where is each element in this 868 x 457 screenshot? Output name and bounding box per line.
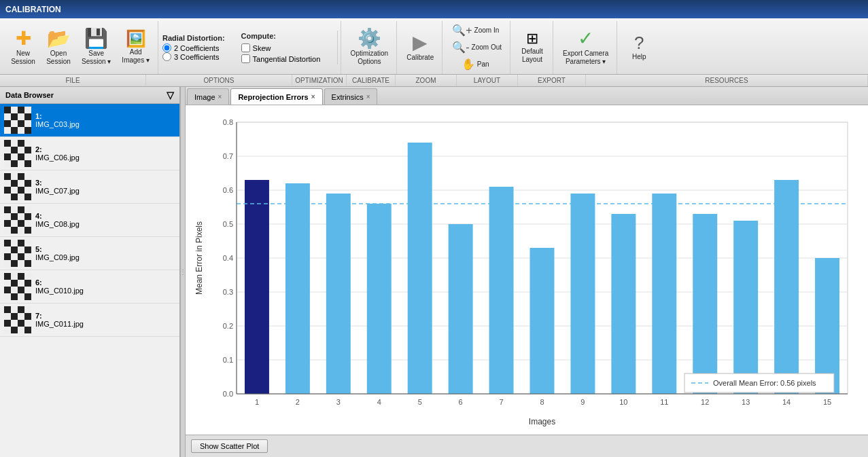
thumbnail	[4, 206, 31, 234]
svg-text:0.5: 0.5	[223, 220, 233, 228]
radio-3-coefficients[interactable]: 3 Coefficients	[162, 52, 225, 61]
tab-label: Extrinsics	[332, 93, 364, 101]
data-browser-title: Data Browser	[5, 91, 54, 99]
tab-label: Reprojection Errors	[238, 93, 308, 101]
help-button[interactable]: ? Help	[623, 24, 655, 71]
tab-reprojection-errors[interactable]: Reprojection Errors×	[230, 88, 322, 105]
pan-label: Pan	[477, 60, 489, 68]
thumbnail	[4, 240, 31, 267]
list-item[interactable]: 3:IMG_C07.jpg	[0, 170, 179, 204]
app-title: CALIBRATION	[5, 5, 61, 14]
layout-label: LAYOUT	[457, 75, 518, 86]
calibrate-icon: ▶	[413, 33, 428, 52]
svg-text:Mean Error in Pixels: Mean Error in Pixels	[194, 221, 204, 295]
zoom-in-button[interactable]: 🔍+ Zoom In	[448, 22, 503, 38]
export-label: EXPORT	[518, 75, 586, 86]
tab-close-button[interactable]: ×	[311, 93, 315, 100]
item-info: 3:IMG_C07.jpg	[35, 179, 80, 195]
svg-text:3: 3	[336, 398, 341, 406]
show-scatter-plot-button[interactable]: Show Scatter Plot	[191, 439, 268, 453]
export-camera-button[interactable]: ✓ Export CameraParameters ▾	[559, 24, 612, 71]
ribbon-options-group: Radial Distortion: 2 Coefficients 3 Coef…	[160, 21, 341, 74]
open-session-button[interactable]: 📂 OpenSession	[42, 24, 75, 71]
svg-rect-37	[611, 214, 636, 394]
list-item[interactable]: 4:IMG_C08.jpg	[0, 204, 179, 237]
ribbon-calibrate-group: ▶ Calibrate	[398, 21, 442, 74]
skew-checkbox[interactable]: Skew	[241, 43, 332, 52]
bottom-bar: Show Scatter Plot	[186, 435, 868, 457]
zoom-out-icon: 🔍-	[452, 41, 469, 54]
svg-text:8: 8	[540, 398, 544, 406]
item-number: 6:	[35, 278, 84, 287]
item-info: 4:IMG_C08.jpg	[35, 212, 80, 228]
save-session-button[interactable]: 💾 SaveSession ▾	[77, 24, 115, 71]
resize-handle[interactable]: ⋮	[180, 87, 186, 457]
new-session-button[interactable]: ✚ NewSession	[7, 24, 39, 71]
data-browser-list[interactable]: 1:IMG_C03.jpg2:IMG_C06.jpg3:IMG_C07.jpg4…	[0, 104, 179, 457]
list-item[interactable]: 1:IMG_C03.jpg	[0, 104, 179, 137]
default-layout-button[interactable]: ⊞ DefaultLayout	[516, 24, 549, 71]
svg-rect-45	[774, 180, 799, 394]
item-name: IMG_C011.jpg	[35, 320, 84, 328]
toolbar-labels: FILE OPTIONS OPTIMIZATION CALIBRATE ZOOM…	[0, 75, 868, 87]
add-images-button[interactable]: 🖼️ AddImages ▾	[118, 24, 154, 71]
optimization-label: OPTIMIZATION	[292, 75, 347, 86]
item-info: 7:IMG_C011.jpg	[35, 312, 84, 328]
item-name: IMG_C03.jpg	[35, 120, 80, 128]
calibrate-button[interactable]: ▶ Calibrate	[402, 24, 438, 71]
radial-distortion-title: Radial Distortion:	[162, 34, 225, 42]
tab-image[interactable]: Image×	[187, 88, 229, 105]
file-label: FILE	[0, 75, 146, 86]
radio-2-coefficients[interactable]: 2 Coefficients	[162, 43, 225, 52]
svg-rect-41	[693, 214, 717, 394]
ribbon-layout-group: ⊞ DefaultLayout	[512, 21, 553, 74]
svg-text:0.3: 0.3	[223, 288, 233, 296]
radio-2-label: 2 Coefficients	[174, 44, 219, 52]
item-number: 4:	[35, 212, 80, 220]
compute-section: Compute: Skew Tangential Distortion	[236, 31, 338, 65]
svg-text:10: 10	[619, 398, 627, 406]
open-session-label: OpenSession	[46, 50, 71, 66]
resources-label: RESOURCES	[586, 75, 868, 86]
list-item[interactable]: 2:IMG_C06.jpg	[0, 137, 179, 170]
list-item[interactable]: 5:IMG_C09.jpg	[0, 237, 179, 270]
tab-close-button[interactable]: ×	[218, 93, 222, 100]
svg-text:0.2: 0.2	[223, 322, 233, 330]
ribbon-optimization-group: ⚙️ OptimizationOptions	[343, 21, 398, 74]
tab-close-button[interactable]: ×	[366, 93, 370, 100]
svg-text:4: 4	[377, 398, 381, 406]
tab-label: Image	[194, 93, 215, 101]
svg-text:6: 6	[459, 398, 463, 406]
svg-rect-19	[245, 180, 269, 394]
data-browser-header: Data Browser ▽	[0, 87, 179, 104]
item-name: IMG_C07.jpg	[35, 187, 80, 195]
item-number: 5:	[35, 245, 80, 253]
svg-text:0.6: 0.6	[223, 186, 233, 194]
help-icon: ?	[634, 34, 644, 52]
optimization-options-button[interactable]: ⚙️ OptimizationOptions	[347, 24, 393, 71]
zoom-in-icon: 🔍+	[452, 24, 472, 37]
svg-text:1: 1	[255, 398, 259, 406]
ribbon-export-group: ✓ Export CameraParameters ▾	[555, 21, 617, 74]
svg-text:5: 5	[418, 398, 422, 406]
svg-text:12: 12	[701, 398, 709, 406]
item-number: 2:	[35, 145, 80, 153]
svg-rect-27	[408, 143, 432, 394]
svg-rect-35	[570, 194, 595, 394]
svg-rect-25	[367, 204, 392, 394]
item-name: IMG_C010.jpg	[35, 287, 84, 295]
options-label: OPTIONS	[146, 75, 292, 86]
tab-extrinsics[interactable]: Extrinsics×	[324, 88, 378, 105]
list-item[interactable]: 6:IMG_C010.jpg	[0, 270, 179, 304]
pan-button[interactable]: ✋ Pan	[448, 56, 502, 72]
tangential-checkbox[interactable]: Tangential Distortion	[241, 54, 332, 63]
item-info: 5:IMG_C09.jpg	[35, 245, 80, 261]
item-info: 6:IMG_C010.jpg	[35, 278, 84, 295]
thumbnail	[4, 107, 31, 134]
svg-text:2: 2	[296, 398, 300, 406]
tabs-bar: Image×Reprojection Errors×Extrinsics×	[186, 87, 868, 105]
svg-rect-29	[449, 224, 473, 394]
collapse-icon[interactable]: ▽	[167, 90, 174, 100]
zoom-out-button[interactable]: 🔍- Zoom Out	[448, 39, 506, 55]
list-item[interactable]: 7:IMG_C011.jpg	[0, 304, 179, 337]
